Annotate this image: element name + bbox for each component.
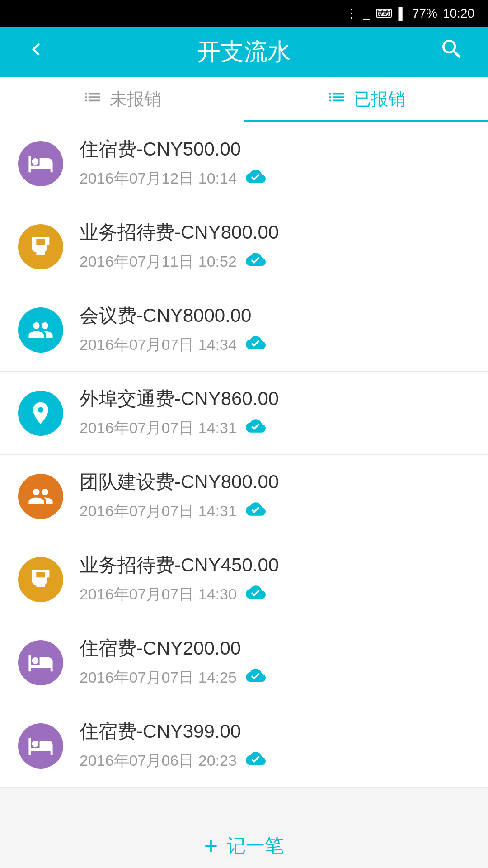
cloud-synced-icon — [246, 665, 266, 689]
battery-text: 77% — [412, 6, 437, 21]
category-icon — [18, 307, 63, 353]
item-content: 外埠交通费-CNY860.00 2016年07月07日 14:31 — [80, 386, 470, 440]
add-expense-bar[interactable]: + 记一笔 — [0, 823, 488, 868]
list-item[interactable]: 业务招待费-CNY800.00 2016年07月11日 10:52 — [0, 205, 488, 288]
category-icon — [18, 391, 63, 436]
time-text: 10:20 — [443, 6, 474, 21]
page-title: 开支流水 — [54, 36, 434, 68]
list-item[interactable]: 会议费-CNY8000.00 2016年07月07日 14:34 — [0, 288, 488, 372]
item-title: 会议费-CNY8000.00 — [80, 303, 470, 328]
item-meta: 2016年07月12日 10:14 — [80, 166, 470, 190]
item-date: 2016年07月07日 14:30 — [80, 584, 237, 605]
list-item[interactable]: 团队建设费-CNY800.00 2016年07月07日 14:31 — [0, 455, 488, 538]
item-title: 业务招待费-CNY800.00 — [80, 220, 470, 245]
item-content: 会议费-CNY8000.00 2016年07月07日 14:34 — [80, 303, 470, 357]
cloud-synced-icon — [246, 582, 266, 606]
category-icon — [18, 640, 63, 685]
category-icon — [18, 474, 63, 519]
item-meta: 2016年07月11日 10:52 — [80, 250, 470, 274]
plus-icon: + — [204, 832, 218, 859]
item-meta: 2016年07月07日 14:31 — [80, 499, 470, 523]
item-meta: 2016年07月07日 14:34 — [80, 333, 470, 357]
item-date: 2016年07月06日 20:23 — [80, 750, 237, 771]
category-icon — [18, 557, 63, 602]
item-content: 住宿费-CNY399.00 2016年07月06日 20:23 — [80, 719, 470, 773]
bluetooth-icon: ⋮ — [346, 7, 357, 21]
list-item[interactable]: 住宿费-CNY399.00 2016年07月06日 20:23 — [0, 704, 488, 788]
header: 开支流水 — [0, 27, 488, 77]
item-content: 业务招待费-CNY800.00 2016年07月11日 10:52 — [80, 220, 470, 274]
cloud-synced-icon — [246, 416, 266, 440]
item-title: 外埠交通费-CNY860.00 — [80, 386, 470, 411]
list-icon-inactive — [83, 87, 103, 111]
tabs: 未报销 已报销 — [0, 77, 488, 122]
tab-reimbursed[interactable]: 已报销 — [244, 77, 488, 122]
item-content: 住宿费-CNY200.00 2016年07月07日 14:25 — [80, 636, 470, 689]
search-button[interactable] — [434, 37, 470, 68]
item-content: 住宿费-CNY500.00 2016年07月12日 10:14 — [80, 137, 470, 190]
item-date: 2016年07月07日 14:25 — [80, 667, 237, 688]
list-item[interactable]: 住宿费-CNY200.00 2016年07月07日 14:25 — [0, 621, 488, 704]
tab-unreimbursed[interactable]: 未报销 — [0, 77, 244, 122]
list-item[interactable]: 业务招待费-CNY450.00 2016年07月07日 14:30 — [0, 538, 488, 621]
list-item[interactable]: 住宿费-CNY500.00 2016年07月12日 10:14 — [0, 122, 488, 205]
item-content: 业务招待费-CNY450.00 2016年07月07日 14:30 — [80, 552, 470, 606]
item-meta: 2016年07月07日 14:25 — [80, 665, 470, 689]
category-icon — [18, 141, 63, 186]
tab-unreimbursed-label: 未报销 — [110, 88, 161, 111]
cloud-synced-icon — [246, 166, 266, 190]
list-icon-active — [327, 87, 347, 111]
item-date: 2016年07月12日 10:14 — [80, 168, 237, 189]
signal-icon: ▌ — [398, 7, 406, 21]
back-button[interactable] — [18, 37, 54, 68]
item-meta: 2016年07月07日 14:30 — [80, 582, 470, 606]
item-meta: 2016年07月07日 14:31 — [80, 416, 470, 440]
item-date: 2016年07月07日 14:34 — [80, 335, 237, 355]
item-title: 住宿费-CNY500.00 — [80, 137, 470, 162]
cloud-synced-icon — [246, 499, 266, 523]
nfc-icon: ⎯ — [363, 7, 370, 21]
cloud-synced-icon — [246, 333, 266, 357]
item-title: 住宿费-CNY399.00 — [80, 719, 470, 744]
category-icon — [18, 224, 63, 269]
item-date: 2016年07月07日 14:31 — [80, 501, 237, 522]
status-bar: ⋮ ⎯ ⌨ ▌ 77% 10:20 — [0, 0, 488, 27]
item-date: 2016年07月07日 14:31 — [80, 418, 237, 439]
item-content: 团队建设费-CNY800.00 2016年07月07日 14:31 — [80, 469, 470, 523]
item-title: 团队建设费-CNY800.00 — [80, 469, 470, 495]
category-icon — [18, 723, 63, 769]
add-expense-label: 记一笔 — [227, 833, 284, 859]
expense-list: 住宿费-CNY500.00 2016年07月12日 10:14 业务招待费-CN… — [0, 122, 488, 788]
list-item[interactable]: 外埠交通费-CNY860.00 2016年07月07日 14:31 — [0, 372, 488, 455]
cloud-synced-icon — [246, 749, 266, 773]
wifi-icon: ⌨ — [375, 7, 393, 21]
tab-reimbursed-label: 已报销 — [354, 88, 405, 111]
cloud-synced-icon — [246, 250, 266, 274]
item-meta: 2016年07月06日 20:23 — [80, 749, 470, 773]
item-title: 住宿费-CNY200.00 — [80, 636, 470, 661]
item-title: 业务招待费-CNY450.00 — [80, 552, 470, 578]
item-date: 2016年07月11日 10:52 — [80, 251, 237, 272]
